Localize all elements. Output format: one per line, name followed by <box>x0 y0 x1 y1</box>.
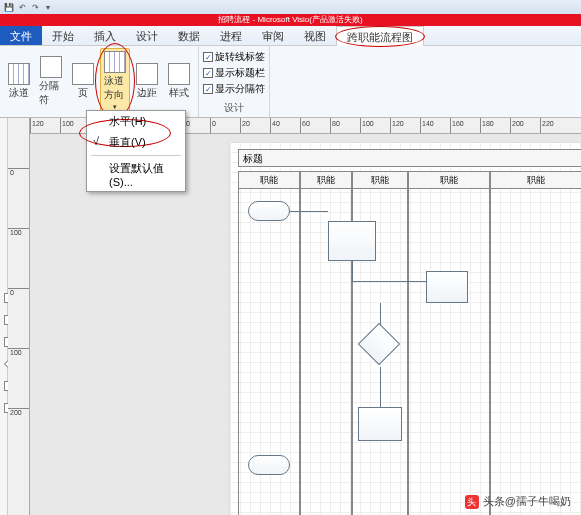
tab-process[interactable]: 进程 <box>210 26 252 45</box>
checkbox-icon: ✓ <box>203 84 213 94</box>
lane <box>408 189 490 515</box>
drawing-page[interactable]: 标题 职能 职能 职能 职能 职能 <box>230 143 581 515</box>
tab-file[interactable]: 文件 <box>0 26 42 45</box>
checkbox-icon: ✓ <box>203 52 213 62</box>
tab-design[interactable]: 设计 <box>126 26 168 45</box>
group-label-design: 设计 <box>203 99 265 115</box>
lane <box>490 189 581 515</box>
group-design: ✓旋转线标签 ✓显示标题栏 ✓显示分隔符 设计 <box>199 46 270 117</box>
tab-review[interactable]: 审阅 <box>252 26 294 45</box>
tab-insert[interactable]: 插入 <box>84 26 126 45</box>
shape-process[interactable] <box>328 221 376 261</box>
qat-more-icon[interactable]: ▾ <box>43 2 53 12</box>
connector[interactable] <box>380 367 381 407</box>
dd-separator <box>91 155 181 156</box>
shape-terminator[interactable] <box>248 455 290 475</box>
btn-direction[interactable]: 泳道方向▾ <box>100 48 130 114</box>
connector[interactable] <box>352 281 426 282</box>
vertical-ruler: 0 100 0 100 200 <box>8 118 30 515</box>
direction-icon <box>104 51 126 73</box>
swimlane-title[interactable]: 标题 <box>238 149 581 167</box>
dd-set-default[interactable]: 设置默认值(S)... <box>87 158 185 191</box>
ribbon-tabs: 文件 开始 插入 设计 数据 进程 审阅 视图 跨职能流程图 <box>0 26 581 46</box>
lane-header[interactable]: 职能 <box>300 171 352 189</box>
page-icon <box>72 63 94 85</box>
watermark: 头 头条@孺子牛喝奶 <box>465 494 571 509</box>
btn-margins[interactable]: 边距 <box>132 48 162 114</box>
shape-terminator[interactable] <box>248 201 290 221</box>
lane-header[interactable]: 职能 <box>238 171 300 189</box>
btn-style[interactable]: 样式 <box>164 48 194 114</box>
btn-page[interactable]: 页 <box>68 48 98 114</box>
shape-process[interactable] <box>426 271 468 303</box>
title-bar: 招聘流程 - Microsoft Visio(产品激活失败) <box>0 14 581 26</box>
separator-icon <box>40 56 62 78</box>
btn-separator[interactable]: 分隔符 <box>36 48 66 114</box>
group-insert: 泳道 分隔符 页 泳道方向▾ 边距 样式 插入 <box>0 46 199 117</box>
save-icon[interactable]: 💾 <box>4 2 14 12</box>
checkbox-icon: ✓ <box>203 68 213 78</box>
tab-home[interactable]: 开始 <box>42 26 84 45</box>
lane-header[interactable]: 职能 <box>408 171 490 189</box>
check-show-separators[interactable]: ✓显示分隔符 <box>203 82 265 96</box>
watermark-logo-icon: 头 <box>465 495 479 509</box>
ribbon: 泳道 分隔符 页 泳道方向▾ 边距 样式 插入 ✓旋转线标签 ✓显示标题栏 ✓显… <box>0 46 581 118</box>
connector[interactable] <box>352 261 353 281</box>
check-show-title[interactable]: ✓显示标题栏 <box>203 66 265 80</box>
lane-header[interactable]: 职能 <box>490 171 581 189</box>
shape-process[interactable] <box>358 407 402 441</box>
undo-icon[interactable]: ↶ <box>17 2 27 12</box>
tab-cross-functional[interactable]: 跨职能流程图 <box>336 26 424 46</box>
connector[interactable] <box>290 211 328 212</box>
quick-access-toolbar: 💾 ↶ ↷ ▾ <box>0 0 581 14</box>
direction-dropdown: 水平(H) 垂直(V) 设置默认值(S)... <box>86 110 186 192</box>
btn-swimlane[interactable]: 泳道 <box>4 48 34 114</box>
dd-horizontal[interactable]: 水平(H) <box>87 111 185 132</box>
tab-data[interactable]: 数据 <box>168 26 210 45</box>
lane-header[interactable]: 职能 <box>352 171 408 189</box>
check-rotate-labels[interactable]: ✓旋转线标签 <box>203 50 265 64</box>
margins-icon <box>136 63 158 85</box>
style-icon <box>168 63 190 85</box>
dd-vertical[interactable]: 垂直(V) <box>87 132 185 153</box>
tab-view[interactable]: 视图 <box>294 26 336 45</box>
redo-icon[interactable]: ↷ <box>30 2 40 12</box>
swimlane-icon <box>8 63 30 85</box>
